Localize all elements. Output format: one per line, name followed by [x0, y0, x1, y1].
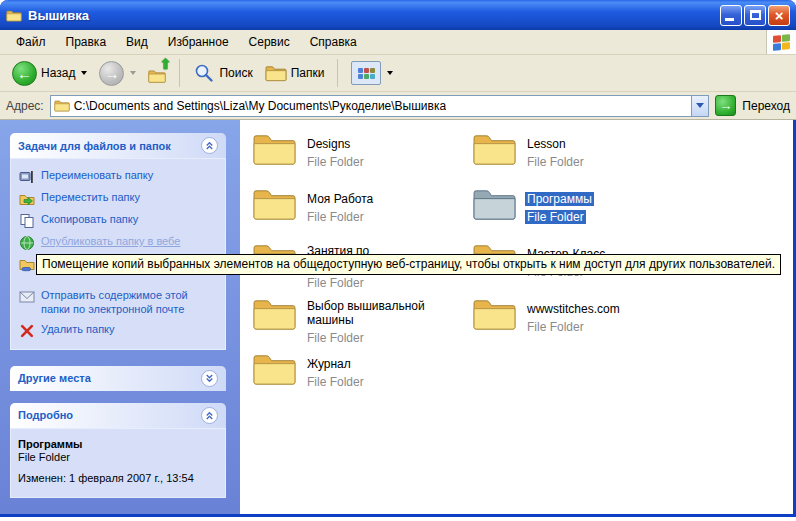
folder-name: Выбор вышивальной машины	[305, 299, 472, 327]
back-dropdown-icon[interactable]	[81, 71, 87, 75]
delete-folder-icon	[18, 323, 35, 339]
folder-icon	[252, 295, 297, 332]
details-folder-type: File Folder	[18, 451, 218, 463]
folder-item[interactable]: Журнал File Folder	[252, 350, 472, 405]
folder-icon	[252, 130, 297, 167]
menu-item-2[interactable]: Правка	[56, 31, 117, 53]
task-item[interactable]: Переименовать папку	[16, 166, 220, 188]
search-icon	[193, 62, 215, 84]
maximize-button[interactable]	[744, 5, 766, 26]
rename-folder-icon	[18, 169, 35, 185]
task-item-label: Отправить содержимое этой папки по элект…	[41, 289, 218, 317]
task-item[interactable]: Скопировать папку	[16, 210, 220, 232]
folders-button[interactable]: Папки	[261, 62, 329, 84]
address-bar: Адрес: C:\Documents and Settings\Liza\My…	[0, 92, 796, 120]
folder-item[interactable]: Lesson File Folder	[472, 130, 692, 185]
folder-icon	[252, 350, 297, 387]
chevron-down-icon[interactable]	[201, 370, 218, 387]
menu-item-3[interactable]: Вид	[116, 31, 158, 53]
address-dropdown-button[interactable]	[691, 96, 708, 116]
folder-type-label: File Folder	[525, 320, 586, 334]
window-title: Вышивка	[28, 8, 718, 23]
toolbar: ← Назад → ⬆ Поиск Папки	[0, 55, 796, 92]
go-label: Переход	[742, 99, 790, 113]
panel-file-tasks: Задачи для файлов и папок Переименовать …	[10, 133, 226, 350]
task-item[interactable]: Удалить папку	[16, 320, 220, 342]
address-label: Адрес:	[6, 99, 44, 113]
folder-type-label: File Folder	[305, 375, 366, 389]
chevron-up-icon[interactable]	[201, 407, 218, 424]
menu-item-1[interactable]: Файл	[6, 31, 56, 53]
address-path: C:\Documents and Settings\Liza\My Docume…	[74, 99, 446, 113]
folder-name: Журнал	[305, 357, 353, 371]
tooltip: Помещение копий выбранных элементов на о…	[36, 254, 781, 275]
explorer-window: Вышивка × Файл Правка Вид Избранное Серв…	[0, 0, 796, 517]
panel-other-places: Другие места	[10, 366, 226, 391]
menu-item-4[interactable]: Избранное	[158, 31, 239, 53]
folder-type-label: File Folder	[305, 276, 366, 290]
folder-name: Lesson	[525, 137, 568, 151]
address-input[interactable]: C:\Documents and Settings\Liza\My Docume…	[50, 95, 710, 117]
chevron-up-icon[interactable]	[201, 137, 218, 154]
minimize-button[interactable]	[720, 5, 742, 26]
content-area: Задачи для файлов и папок Переименовать …	[0, 120, 796, 514]
task-pane: Задачи для файлов и папок Переименовать …	[0, 120, 240, 514]
folder-item[interactable]: Designs File Folder	[252, 130, 472, 185]
task-item-label: Удалить папку	[41, 323, 115, 337]
details-header[interactable]: Подробно	[10, 403, 226, 428]
details-modified: Изменен: 1 февраля 2007 г., 13:54	[18, 472, 218, 484]
task-item[interactable]: Переместить папку	[16, 188, 220, 210]
views-dropdown-icon[interactable]	[387, 71, 393, 75]
windows-flag-icon	[773, 34, 790, 51]
folder-type-label: File Folder	[305, 331, 366, 345]
folder-type-label: File Folder	[305, 155, 366, 169]
task-item[interactable]: Опубликовать папку в вебе	[16, 232, 220, 254]
up-button[interactable]: ⬆	[144, 60, 170, 86]
go-button[interactable]: →	[715, 95, 736, 116]
panel-details: Подробно Программы File Folder Изменен: …	[10, 403, 226, 498]
other-places-header[interactable]: Другие места	[10, 366, 226, 391]
forward-button[interactable]: →	[95, 59, 140, 88]
task-item-label: Переименовать папку	[41, 169, 153, 183]
folders-icon	[265, 64, 287, 82]
folder-item[interactable]: Моя Работа File Folder	[252, 185, 472, 240]
back-arrow-icon: ←	[12, 61, 37, 86]
folder-icon	[472, 295, 517, 332]
folder-name: Моя Работа	[305, 192, 375, 206]
copy-folder-icon	[18, 213, 35, 229]
publish-web-icon	[18, 235, 35, 251]
folder-item[interactable]: Выбор вышивальной машины File Folder	[252, 295, 472, 350]
folder-item[interactable]: wwwstitches.com File Folder	[472, 295, 692, 350]
forward-arrow-icon: →	[99, 61, 124, 86]
details-folder-name: Программы	[18, 438, 218, 450]
folder-icon	[252, 185, 297, 222]
share-folder-icon	[18, 257, 35, 273]
task-item[interactable]: Отправить содержимое этой папки по элект…	[16, 286, 220, 320]
folder-item[interactable]: Программы File Folder	[472, 185, 692, 240]
folder-icon	[472, 130, 517, 167]
menu-item-5[interactable]: Сервис	[239, 31, 300, 53]
folder-type-label: File Folder	[525, 155, 586, 169]
titlebar: Вышивка ×	[0, 0, 796, 30]
search-button[interactable]: Поиск	[189, 60, 256, 86]
up-arrow-icon: ⬆	[160, 56, 172, 72]
task-item-label: Опубликовать папку в вебе	[41, 235, 180, 249]
folder-name: Программы	[525, 192, 594, 206]
folder-type-label: File Folder	[525, 210, 586, 224]
task-item-label: Скопировать папку	[41, 213, 138, 227]
menu-bar: Файл Правка Вид Избранное Сервис Справка	[0, 30, 796, 55]
folder-type-label: File Folder	[305, 210, 366, 224]
menu-item-6[interactable]: Справка	[300, 31, 367, 53]
folder-name: wwwstitches.com	[525, 302, 622, 316]
views-grid-icon	[351, 61, 381, 85]
views-button[interactable]	[347, 59, 397, 87]
email-icon	[18, 289, 35, 305]
file-tasks-header[interactable]: Задачи для файлов и папок	[10, 133, 226, 158]
move-folder-icon	[18, 191, 35, 207]
folder-icon	[472, 185, 517, 222]
back-button[interactable]: ← Назад	[8, 59, 91, 88]
forward-dropdown-icon[interactable]	[130, 71, 136, 75]
task-item-label: Переместить папку	[41, 191, 140, 205]
window-folder-icon	[6, 9, 22, 22]
close-button[interactable]: ×	[768, 5, 790, 26]
